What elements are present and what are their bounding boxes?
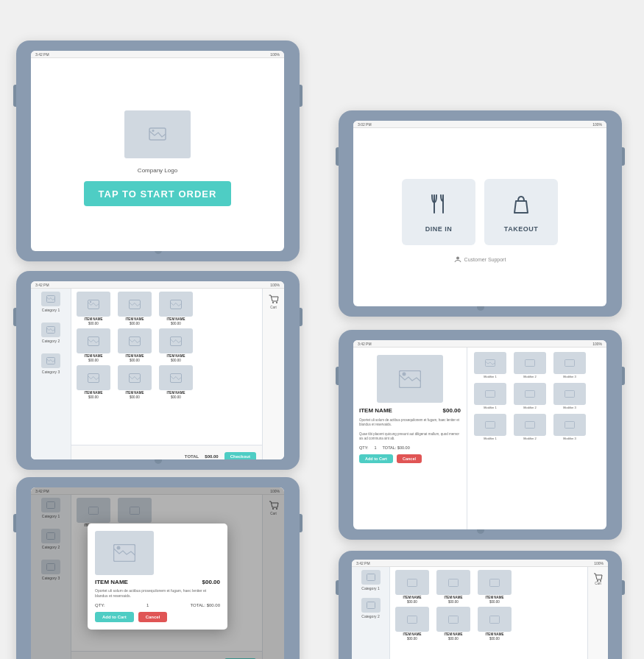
menu-item-card[interactable]: ITEM NAME $00.00 (116, 365, 154, 399)
item-name: ITEM NAME (125, 317, 144, 321)
item-name: ITEM NAME (444, 596, 462, 599)
modifier-section-3: Modifier 1 Modifier 2 Modifier 3 (472, 414, 602, 440)
modifier-card[interactable]: Modifier 3 (551, 414, 588, 440)
modal-item-price: $00.00 (202, 579, 220, 585)
menu-item-card[interactable]: ITEM NAME $00.00 (393, 570, 431, 604)
category-item[interactable]: Category 3 (32, 353, 69, 374)
menu-item-card[interactable]: ITEM NAME $00.00 (157, 365, 195, 399)
modifier-card[interactable]: Modifier 3 (551, 383, 588, 409)
cart-panel[interactable]: Cart (587, 567, 608, 659)
status-bar: 3:42 PM 100% (31, 281, 284, 289)
category-item[interactable]: Category 2 (353, 598, 388, 619)
modifier-card[interactable]: Modifier 1 (472, 414, 509, 440)
svg-rect-0 (149, 128, 166, 140)
item-name: ITEM NAME (84, 317, 102, 321)
takeout-card[interactable]: TAKEOUT (484, 179, 558, 245)
modal-qty-label: QTY: (95, 603, 105, 607)
item-detail-price: $00.00 (443, 407, 461, 414)
modifier-card[interactable]: Modifier 1 (472, 352, 509, 378)
svg-rect-13 (88, 336, 99, 345)
tablet-side-btn-right (622, 367, 625, 385)
menu-item-card[interactable]: ITEM NAME $00.00 (74, 365, 113, 399)
item-price: $00.00 (130, 395, 140, 399)
qty-label: QTY: (359, 445, 369, 450)
status-time: 3:42 PM (358, 342, 372, 346)
cart-panel[interactable]: Cart (262, 289, 284, 459)
category-thumb (361, 598, 381, 613)
modifier-label: Modifier 2 (523, 437, 537, 440)
item-image (478, 607, 512, 632)
item-image (77, 365, 110, 390)
tap-to-start-button[interactable]: TAP TO START ORDER (84, 181, 231, 206)
menu-item-card[interactable]: ITEM NAME $00.00 (116, 328, 154, 362)
menu-item-card[interactable]: ITEM NAME $00.00 (74, 292, 113, 325)
svg-rect-46 (408, 616, 417, 623)
menu-item-card[interactable]: ITEM NAME $00.00 (475, 607, 514, 641)
tablet-item-detail: 3:42 PM 100% ITEM NAME $00.00 Oportet ul… (339, 330, 622, 540)
checkout-button[interactable]: Checkout (224, 452, 256, 460)
menu-item-card[interactable]: ITEM NAME $00.00 (157, 328, 195, 362)
status-time: 3:42 PM (35, 283, 49, 287)
menu-item-card[interactable]: ITEM NAME $00.00 (393, 607, 431, 641)
svg-rect-11 (130, 300, 141, 309)
item-name: ITEM NAME (444, 632, 462, 636)
item-detail-screen: 3:42 PM 100% ITEM NAME $00.00 Oportet ul… (353, 340, 606, 529)
modifier-section: Modifier 1 Modifier 2 Modifier 3 (472, 352, 602, 378)
company-logo-image (124, 110, 191, 158)
menu-item-card[interactable]: ITEM NAME $00.00 (74, 328, 113, 362)
svg-rect-14 (130, 336, 141, 345)
qty-value: 1 (375, 445, 377, 450)
categories-sidebar: Category 1 Category 2 (352, 567, 390, 659)
menu-row: ITEM NAME $00.00 ITEM NAME $00.00 ITEM N… (393, 607, 584, 641)
modifier-card[interactable]: Modifier 2 (512, 414, 548, 440)
tablet-side-btn-right (622, 147, 625, 166)
category-thumb (41, 353, 60, 368)
modifier-card[interactable]: Modifier 2 (512, 352, 548, 378)
modifier-image (514, 352, 546, 374)
item-name: ITEM NAME (485, 632, 503, 636)
svg-rect-9 (88, 300, 99, 309)
add-to-cart-button[interactable]: Add to Cart (359, 454, 393, 463)
cancel-button[interactable]: Cancel (397, 454, 422, 463)
status-time: 3:02 PM (358, 122, 372, 127)
modifier-image (553, 414, 586, 436)
svg-rect-30 (526, 422, 535, 429)
item-image (77, 292, 110, 317)
item-price: $00.00 (88, 359, 99, 362)
modal-description: Oportet uli solum de actibus prosequilon… (95, 588, 220, 599)
item-price: $00.00 (407, 600, 417, 604)
item-name: ITEM NAME (84, 391, 102, 395)
item-image (395, 570, 429, 595)
item-image (118, 365, 152, 390)
category-item[interactable]: Category 1 (353, 570, 388, 591)
total-label: TOTAL (185, 454, 199, 459)
item-name: ITEM NAME (166, 391, 185, 395)
menu-item-card[interactable]: ITEM NAME $00.00 (434, 607, 473, 641)
svg-rect-8 (47, 358, 55, 364)
modifier-card[interactable]: Modifier 3 (551, 352, 588, 378)
menu-item-card[interactable]: ITEM NAME $00.00 (116, 292, 154, 325)
modal-cancel-button[interactable]: Cancel (138, 612, 168, 622)
svg-rect-28 (565, 391, 575, 398)
dine-in-label: DINE IN (425, 225, 453, 233)
item-image (436, 570, 470, 595)
category-item[interactable]: Category 1 (32, 292, 69, 312)
menu-item-card[interactable]: ITEM NAME $00.00 (434, 570, 473, 604)
menu-item-card[interactable]: ITEM NAME $00.00 (157, 292, 195, 325)
category-item[interactable]: Category 2 (32, 323, 69, 343)
action-buttons: Add to Cart Cancel (359, 454, 461, 463)
menu-item-card[interactable]: ITEM NAME $00.00 (475, 570, 514, 604)
tablet-menu: 3:42 PM 100% Category 1 Category 2 (16, 271, 300, 470)
dine-in-card[interactable]: DINE IN (402, 179, 475, 245)
menu-partial-screen: 3:42 PM 100% Category 1 Category 2 (352, 560, 608, 659)
modifier-section-2: Modifier 1 Modifier 2 Modifier 3 (472, 383, 602, 409)
svg-point-19 (272, 302, 274, 303)
modifier-row: Modifier 1 Modifier 2 Modifier 3 (472, 352, 602, 378)
item-image (395, 607, 429, 632)
item-price: $00.00 (130, 359, 140, 362)
modifier-card[interactable]: Modifier 1 (472, 383, 509, 409)
modal-add-to-cart-button[interactable]: Add to Cart (95, 612, 134, 622)
item-detail-left: ITEM NAME $00.00 Oportet uli solum de ac… (353, 348, 467, 529)
item-detail-image (377, 355, 443, 403)
modifier-card[interactable]: Modifier 2 (512, 383, 548, 409)
